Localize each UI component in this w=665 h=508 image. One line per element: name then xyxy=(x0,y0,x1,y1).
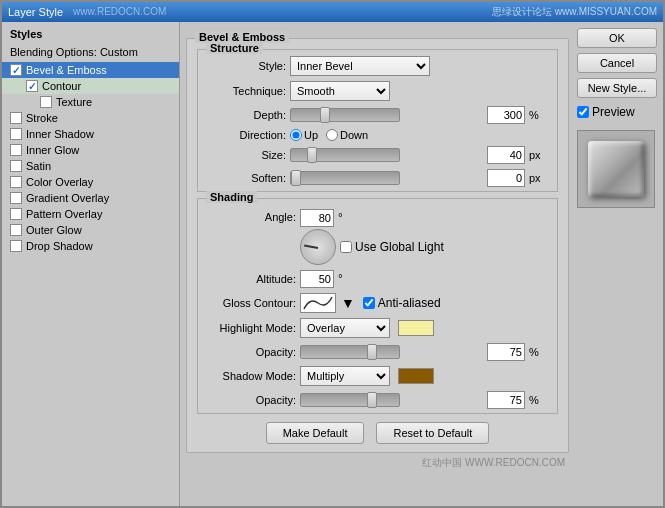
sidebar-item-bevel-emboss[interactable]: Bevel & Emboss xyxy=(2,62,179,78)
inner-shadow-label: Inner Shadow xyxy=(26,128,94,140)
contour-dropdown-icon[interactable]: ▼ xyxy=(341,295,355,311)
angle-input[interactable] xyxy=(300,209,334,227)
shadow-opacity-row: Opacity: % xyxy=(206,391,549,409)
highlight-opacity-row: Opacity: % xyxy=(206,343,549,361)
sidebar-item-texture[interactable]: Texture xyxy=(2,94,179,110)
contour-svg xyxy=(302,295,334,311)
direction-down-item: Down xyxy=(326,129,368,141)
direction-up-item: Up xyxy=(290,129,318,141)
color-overlay-checkbox[interactable] xyxy=(10,176,22,188)
angle-label: Angle: xyxy=(206,209,296,223)
pattern-overlay-label: Pattern Overlay xyxy=(26,208,102,220)
sidebar-item-stroke[interactable]: Stroke xyxy=(2,110,179,126)
drop-shadow-label: Drop Shadow xyxy=(26,240,93,252)
direction-up-label: Up xyxy=(304,129,318,141)
altitude-label: Altitude: xyxy=(206,273,296,285)
title-watermark: www.REDOCN.COM xyxy=(73,6,166,18)
ok-button[interactable]: OK xyxy=(577,28,657,48)
inner-shadow-checkbox[interactable] xyxy=(10,128,22,140)
pattern-overlay-checkbox[interactable] xyxy=(10,208,22,220)
altitude-input[interactable] xyxy=(300,270,334,288)
highlight-opacity-label: Opacity: xyxy=(206,346,296,358)
direction-row: Direction: Up Down xyxy=(206,129,549,141)
title-bar: Layer Style www.REDOCN.COM 思绿设计论坛 www.MI… xyxy=(2,2,663,22)
angle-unit: ° xyxy=(338,211,343,225)
cancel-button[interactable]: Cancel xyxy=(577,53,657,73)
shading-title: Shading xyxy=(206,191,257,203)
shadow-opacity-label: Opacity: xyxy=(206,394,296,406)
layer-style-window: Layer Style www.REDOCN.COM 思绿设计论坛 www.MI… xyxy=(0,0,665,508)
center-main: Bevel & Emboss Structure Style: Inner Be… xyxy=(180,22,573,506)
satin-checkbox[interactable] xyxy=(10,160,22,172)
sidebar-item-contour[interactable]: Contour xyxy=(2,78,179,94)
inner-glow-checkbox[interactable] xyxy=(10,144,22,156)
size-input[interactable] xyxy=(487,146,525,164)
inner-glow-label: Inner Glow xyxy=(26,144,79,156)
sidebar-item-outer-glow[interactable]: Outer Glow xyxy=(2,222,179,238)
highlight-mode-label: Highlight Mode: xyxy=(206,322,296,334)
color-overlay-label: Color Overlay xyxy=(26,176,93,188)
size-row: Size: px xyxy=(206,146,549,164)
highlight-opacity-slider[interactable] xyxy=(300,345,400,359)
gloss-contour-row: Gloss Contour: ▼ Anti-aliased xyxy=(206,293,549,313)
contour-checkbox[interactable] xyxy=(26,80,38,92)
depth-slider[interactable] xyxy=(290,108,400,122)
highlight-mode-row: Highlight Mode: Overlay Normal Multiply … xyxy=(206,318,549,338)
technique-row: Technique: Smooth Chisel Hard Chisel Sof… xyxy=(206,81,549,101)
sidebar-item-inner-glow[interactable]: Inner Glow xyxy=(2,142,179,158)
contour-preview[interactable] xyxy=(300,293,336,313)
soften-slider[interactable] xyxy=(290,171,400,185)
shadow-opacity-input[interactable] xyxy=(487,391,525,409)
highlight-opacity-input[interactable] xyxy=(487,343,525,361)
style-select[interactable]: Inner Bevel Outer Bevel Emboss Pillow Em… xyxy=(290,56,430,76)
outer-glow-checkbox[interactable] xyxy=(10,224,22,236)
anti-aliased-label: Anti-aliased xyxy=(378,296,441,310)
shadow-mode-row: Shadow Mode: Multiply Normal Screen Over… xyxy=(206,366,549,386)
new-style-button[interactable]: New Style... xyxy=(577,78,657,98)
bottom-buttons: Make Default Reset to Default xyxy=(197,422,558,444)
shadow-opacity-unit: % xyxy=(529,394,549,406)
sidebar-item-satin[interactable]: Satin xyxy=(2,158,179,174)
gradient-overlay-checkbox[interactable] xyxy=(10,192,22,204)
technique-label: Technique: xyxy=(206,85,286,97)
shadow-mode-label: Shadow Mode: xyxy=(206,370,296,382)
shadow-color-swatch[interactable] xyxy=(398,368,434,384)
preview-box xyxy=(577,130,655,208)
depth-input[interactable] xyxy=(487,106,525,124)
bevel-emboss-checkbox[interactable] xyxy=(10,64,22,76)
highlight-color-swatch[interactable] xyxy=(398,320,434,336)
bevel-emboss-label: Bevel & Emboss xyxy=(26,64,107,76)
highlight-mode-select[interactable]: Overlay Normal Multiply Screen xyxy=(300,318,390,338)
technique-select[interactable]: Smooth Chisel Hard Chisel Soft xyxy=(290,81,390,101)
shadow-mode-select[interactable]: Multiply Normal Screen Overlay xyxy=(300,366,390,386)
soften-input[interactable] xyxy=(487,169,525,187)
soften-row: Soften: px xyxy=(206,169,549,187)
sidebar-item-drop-shadow[interactable]: Drop Shadow xyxy=(2,238,179,254)
sidebar-item-pattern-overlay[interactable]: Pattern Overlay xyxy=(2,206,179,222)
texture-checkbox[interactable] xyxy=(40,96,52,108)
sidebar-item-color-overlay[interactable]: Color Overlay xyxy=(2,174,179,190)
bevel-emboss-section: Bevel & Emboss Structure Style: Inner Be… xyxy=(186,38,569,453)
stroke-checkbox[interactable] xyxy=(10,112,22,124)
footer-watermark: 红动中国 WWW.REDOCN.COM xyxy=(186,456,569,470)
left-panel: Styles Blending Options: Custom Bevel & … xyxy=(2,22,180,506)
style-label: Style: xyxy=(206,60,286,72)
styles-header: Styles xyxy=(2,26,179,44)
angle-circle[interactable] xyxy=(300,229,336,265)
anti-aliased-checkbox[interactable] xyxy=(363,297,375,309)
make-default-button[interactable]: Make Default xyxy=(266,422,365,444)
highlight-opacity-unit: % xyxy=(529,346,549,358)
sidebar-item-gradient-overlay[interactable]: Gradient Overlay xyxy=(2,190,179,206)
sidebar-item-inner-shadow[interactable]: Inner Shadow xyxy=(2,126,179,142)
preview-checkbox[interactable] xyxy=(577,106,589,118)
global-light-checkbox[interactable] xyxy=(340,241,352,253)
size-unit: px xyxy=(529,149,549,161)
direction-down-radio[interactable] xyxy=(326,129,338,141)
drop-shadow-checkbox[interactable] xyxy=(10,240,22,252)
altitude-unit: ° xyxy=(338,272,343,286)
direction-up-radio[interactable] xyxy=(290,129,302,141)
size-slider[interactable] xyxy=(290,148,400,162)
reset-to-default-button[interactable]: Reset to Default xyxy=(376,422,489,444)
structure-box: Structure Style: Inner Bevel Outer Bevel… xyxy=(197,49,558,192)
shadow-opacity-slider[interactable] xyxy=(300,393,400,407)
